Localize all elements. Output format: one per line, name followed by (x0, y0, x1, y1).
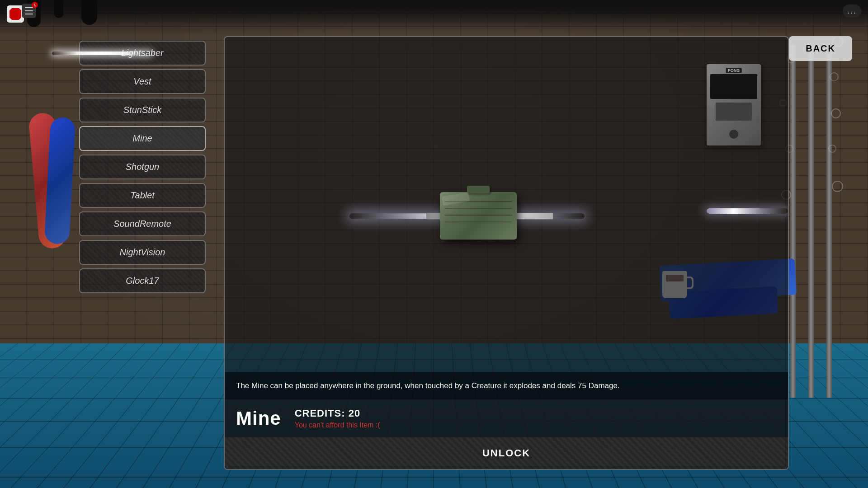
right-section: BACK (224, 36, 789, 470)
item-button-glock17[interactable]: Glock17 (79, 268, 206, 293)
svg-rect-1 (25, 10, 33, 11)
item-button-mine[interactable]: Mine (79, 126, 206, 151)
back-button[interactable]: BACK (789, 36, 852, 61)
item-button-vest[interactable]: Vest (79, 69, 206, 94)
credits-section: CREDITS: 20 You can't afford this Item :… (295, 408, 380, 429)
svg-rect-2 (25, 14, 33, 14)
svg-rect-0 (25, 7, 33, 8)
more-options-button[interactable]: ... (843, 5, 861, 18)
action-bar: UNLOCK (224, 437, 789, 470)
cant-afford-text: You can't afford this Item :( (295, 421, 380, 429)
description-box: The Mine can be placed anywhere in the g… (225, 372, 788, 400)
lightsaber-row: Lightsaber (79, 41, 210, 66)
info-bar: Mine CREDITS: 20 You can't afford this I… (224, 399, 789, 437)
unlock-button[interactable]: UNLOCK (225, 437, 788, 469)
mine-3d-visual (440, 192, 517, 239)
item-list-panel: Lightsaber Vest StunStick Mine Shotgun T… (79, 36, 210, 470)
item-button-stunstick[interactable]: StunStick (79, 98, 206, 122)
credits-label: CREDITS: 20 (295, 408, 380, 419)
item-button-soundremote[interactable]: SoundRemote (79, 211, 206, 236)
more-options-label: ... (847, 6, 857, 15)
selected-item-name: Mine (236, 408, 281, 429)
item-description: The Mine can be placed anywhere in the g… (236, 380, 777, 392)
notification-badge[interactable]: 1 (22, 4, 36, 18)
beam-right (707, 208, 788, 214)
item-button-tablet[interactable]: Tablet (79, 183, 206, 208)
arcade-machine: PONG (707, 64, 761, 145)
ui-container: Lightsaber Vest StunStick Mine Shotgun T… (79, 36, 789, 470)
item-button-nightvision[interactable]: NightVision (79, 240, 206, 265)
lightsaber-glow (52, 52, 151, 55)
badge-count: 1 (32, 2, 38, 8)
item-preview-area: PONG The Mine can be placed anywhere in … (224, 36, 789, 399)
item-button-shotgun[interactable]: Shotgun (79, 155, 206, 179)
